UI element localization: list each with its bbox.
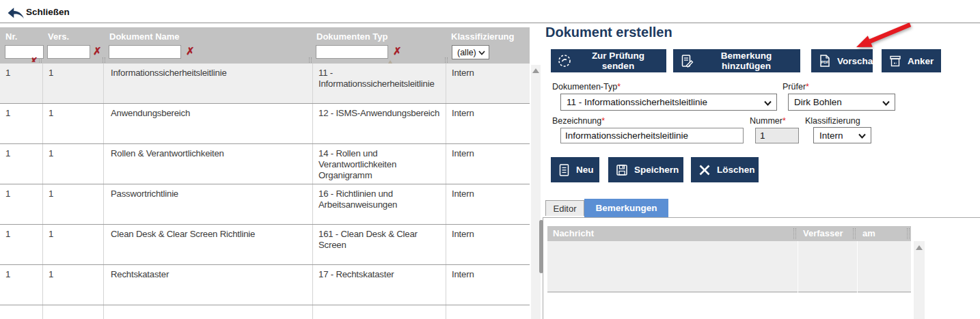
remarks-table-header: Nachricht Verfasser am [547,226,911,241]
svg-text:PDF: PDF [821,60,830,64]
cell-nr: 1 [0,64,43,103]
table-row[interactable]: 1 1 Rechtskataster 17 - Rechtskataster I… [0,265,530,305]
cell-klass: Intern [446,184,530,224]
cell-nr: 1 [0,104,43,143]
cell-nr [0,305,43,319]
close-button[interactable]: Schließen [26,7,70,17]
add-remark-button[interactable]: Bemerkung hinzufügen [673,49,800,72]
filter-typ-input[interactable] [316,45,388,59]
save-button[interactable]: Speichern [608,157,683,182]
klassifizierung-filter-value: (alle) [457,48,476,57]
dokumenten-typ-label-text: Dokumenten-Typ [552,82,617,92]
pruefer-select[interactable]: Dirk Bohlen [788,94,895,111]
anchor-button[interactable]: Anker [882,49,941,72]
klassifizierung-filter-select[interactable]: (alle) [452,45,489,59]
table-row[interactable]: 1 1 Anwendungsbereich 12 - ISMS-Anwendun… [0,104,530,144]
table-row[interactable]: 1 1 Clean Desk & Clear Screen Richtlinie… [0,225,530,265]
cell-name: Clean Desk & Clear Screen Richtlinie [104,225,313,264]
scroll-up-icon[interactable] [532,68,539,73]
cell-klass [446,305,530,319]
close-x-icon [698,163,711,177]
new-button[interactable]: Neu [551,157,599,182]
cell-vers: 1 [43,104,104,143]
cell-vers: 1 [43,144,104,184]
splitter-handle[interactable] [539,220,543,273]
required-mark: * [617,82,621,92]
cell-vers: 1 [43,225,104,264]
column-header-klass[interactable]: Klassifizierung [451,31,514,42]
clear-filter-icon[interactable]: ✗ [393,44,402,58]
column-header-typ[interactable]: Dokumenten Typ [316,31,388,42]
cell-nr: 1 [0,265,43,305]
pdf-icon: PDF [818,54,832,68]
new-label: Neu [576,165,594,175]
scroll-up-icon[interactable] [916,245,923,250]
table-row[interactable] [0,305,530,319]
cell-klass: Intern [446,265,530,305]
archive-box-icon [888,54,902,68]
cell-nr: 1 [0,225,43,264]
dokumenten-typ-select[interactable]: 11 - Informationssicherheitsleitlinie [560,94,777,111]
chevron-down-icon [478,51,485,55]
send-for-review-label: Zur Prüfung senden [577,51,659,71]
cell-typ: 14 - Rollen und Verantwortlichkeiten Org… [313,144,446,184]
cell-typ [313,305,446,319]
column-header-am[interactable]: am [857,226,911,241]
bezeichnung-input[interactable] [560,128,744,143]
pruefer-label-text: Prüfer [782,82,806,92]
column-header-nachricht[interactable]: Nachricht [547,226,798,241]
clear-filter-icon[interactable]: ✗ [186,44,195,58]
nummer-label-text: Nummer [750,116,782,126]
column-resize-handle[interactable] [907,228,910,239]
send-for-review-button[interactable]: Zur Prüfung senden [551,49,666,72]
column-header-name[interactable]: Dokument Name [109,31,180,42]
back-arrow-icon[interactable] [7,5,25,20]
table-row[interactable]: 1 1 Passwortrichtlinie 16 - Richtlinien … [0,184,530,225]
cell-klass: Intern [446,225,530,264]
column-resize-handle[interactable] [853,228,856,239]
column-divider [798,241,798,292]
column-header-vers[interactable]: Vers. [48,31,69,42]
tab-editor[interactable]: Editor [545,200,584,216]
save-label: Speichern [634,165,679,175]
cell-vers: 1 [43,184,104,224]
table-row[interactable]: 1 1 Rollen & Verantwortlichkeiten 14 - R… [0,144,530,184]
column-header-verfasser[interactable]: Verfasser [798,226,857,241]
tab-bemerkungen[interactable]: Bemerkungen [584,199,668,217]
delete-label: Löschen [717,165,755,175]
pruefer-label: Prüfer* [782,82,809,92]
new-document-icon [558,163,571,177]
filter-vers-input[interactable] [47,45,90,59]
tab-bemerkungen-label: Bemerkungen [595,203,657,213]
cell-name: Passwortrichtlinie [104,184,313,224]
app-root: Schließen Nr. Vers. Dokument Name Dokume… [0,0,980,319]
chevron-down-icon [764,100,772,106]
page-title: Dokument erstellen [545,25,672,40]
cell-vers: 1 [43,265,104,305]
cell-typ: 11 - Informationssicherheitsleitlinie [313,64,446,103]
tab-editor-label: Editor [554,204,577,214]
klassifizierung-value: Intern [819,130,843,141]
cell-name: Anwendungsbereich [104,104,313,143]
chevron-down-icon [858,133,866,139]
preview-button[interactable]: PDF Vorschau [811,49,873,72]
filter-name-input[interactable] [109,45,181,59]
documents-table-scrollbar[interactable] [531,65,541,319]
cell-klass: Intern [446,104,530,143]
cell-vers: 1 [43,64,104,103]
delete-button[interactable]: Löschen [691,157,759,182]
clear-filter-icon[interactable]: ✗ [93,44,102,58]
dokumenten-typ-label: Dokumenten-Typ* [552,82,621,92]
table-row[interactable]: 1 1 Informationssicherheitsleitlinie 11 … [0,64,530,104]
bezeichnung-label: Bezeichnung* [552,116,605,126]
cell-typ: 12 - ISMS-Anwendungsbereich [313,104,446,143]
cell-typ: 17 - Rechtskataster [313,265,446,305]
column-resize-handle[interactable] [793,228,796,239]
note-pencil-icon [680,54,694,68]
pruefer-value: Dirk Bohlen [794,97,842,107]
remarks-table-scrollbar[interactable] [914,241,925,319]
column-header-nr[interactable]: Nr. [5,31,17,42]
required-mark: * [601,116,605,126]
anchor-label: Anker [908,56,934,66]
klassifizierung-select[interactable]: Intern [813,127,871,143]
